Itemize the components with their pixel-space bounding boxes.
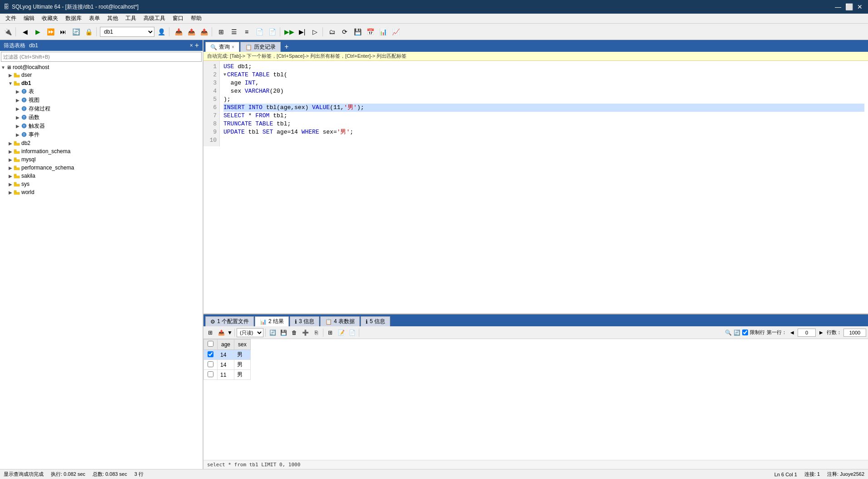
code-line-8[interactable]: TRUNCATE TABLE tbl; bbox=[223, 120, 864, 128]
tree-item-8[interactable]: ▶T事件 bbox=[0, 130, 203, 139]
result-grid-button[interactable]: ⊞ bbox=[205, 328, 215, 338]
row-checkbox-0[interactable] bbox=[208, 351, 213, 357]
menu-advanced[interactable]: 高级工具 bbox=[140, 14, 169, 23]
col-age[interactable]: age bbox=[218, 339, 234, 350]
database-selector[interactable]: db1 db2 dser information_schema mysql pe… bbox=[100, 27, 154, 37]
execute-button[interactable]: ▶ bbox=[32, 26, 44, 38]
export-button[interactable]: 📤 bbox=[185, 26, 197, 38]
tree-item-3[interactable]: ▶T表 bbox=[0, 87, 203, 96]
code-line-5[interactable]: ); bbox=[223, 95, 864, 104]
prev-page-button[interactable]: ◀ bbox=[789, 328, 796, 338]
backup-button[interactable]: 💾 bbox=[352, 26, 363, 38]
maximize-button[interactable]: ⬜ bbox=[844, 2, 853, 11]
tab-query[interactable]: 🔍 查询 × bbox=[205, 42, 239, 52]
code-line-3[interactable]: age INT, bbox=[223, 79, 864, 87]
menu-file[interactable]: 文件 bbox=[2, 14, 20, 23]
tab-info2[interactable]: ℹ 5 信息 bbox=[361, 316, 390, 326]
export-dropdown-button[interactable]: ▼ bbox=[227, 328, 233, 338]
tab-profile[interactable]: ⚙ 1 个配置文件 bbox=[205, 316, 254, 326]
readonly-select[interactable]: (只读) 可编辑 bbox=[237, 328, 263, 337]
tree-item-14[interactable]: ▶sys bbox=[0, 180, 203, 188]
tree-item-5[interactable]: ▶T存储过程 bbox=[0, 105, 203, 113]
tab-info[interactable]: ℹ 3 信息 bbox=[290, 316, 319, 326]
tree-item-15[interactable]: ▶world bbox=[0, 188, 203, 196]
scheduler-button[interactable]: 📅 bbox=[364, 26, 376, 38]
monitor-button[interactable]: 📈 bbox=[390, 26, 402, 38]
menu-help[interactable]: 帮助 bbox=[187, 14, 205, 23]
tree-item-10[interactable]: ▶information_schema bbox=[0, 147, 203, 155]
cell-sex-2[interactable]: 男 bbox=[234, 370, 251, 380]
menu-edit[interactable]: 编辑 bbox=[20, 14, 38, 23]
import-button[interactable]: 📥 bbox=[173, 26, 184, 38]
form-view-button[interactable]: 📝 bbox=[336, 328, 346, 338]
next-page-button[interactable]: ▶ bbox=[818, 328, 825, 338]
table-view-button[interactable]: ⊞ bbox=[215, 26, 227, 38]
col-sex[interactable]: sex bbox=[234, 339, 251, 350]
report-button[interactable]: 📊 bbox=[377, 26, 389, 38]
new-connection-button[interactable]: 🔌 bbox=[2, 26, 14, 38]
code-line-2[interactable]: ▼CREATE TABLE tbl( bbox=[223, 71, 864, 79]
list2-view-button[interactable]: ≡ bbox=[241, 26, 253, 38]
save-result-button[interactable]: 💾 bbox=[278, 328, 288, 338]
row-count-input[interactable] bbox=[843, 329, 866, 337]
cell-age-0[interactable]: 14 bbox=[218, 350, 234, 360]
list4-view-button[interactable]: 📄 bbox=[266, 26, 278, 38]
code-editor[interactable]: 12345678910 USE db1;▼CREATE TABLE tbl( a… bbox=[203, 61, 868, 314]
sidebar-add-button[interactable]: + bbox=[195, 41, 199, 50]
list-view-button[interactable]: ☰ bbox=[228, 26, 240, 38]
user-button[interactable]: 👤 bbox=[155, 26, 167, 38]
code-line-9[interactable]: UPDATE tbl SET age=14 WHERE sex='男'; bbox=[223, 128, 864, 136]
tree-item-7[interactable]: ▶T触发器 bbox=[0, 122, 203, 130]
menu-favorites[interactable]: 收藏夹 bbox=[38, 14, 62, 23]
tree-item-4[interactable]: ▶T视图 bbox=[0, 96, 203, 105]
tree-item-2[interactable]: ▼db1 bbox=[0, 79, 203, 87]
tree-item-12[interactable]: ▶performance_schema bbox=[0, 164, 203, 172]
schema-button[interactable]: 🗂 bbox=[326, 26, 338, 38]
code-content[interactable]: USE db1;▼CREATE TABLE tbl( age INT, sex … bbox=[220, 61, 868, 146]
refresh-result-button[interactable]: 🔄 bbox=[268, 328, 278, 338]
close-button[interactable]: ✕ bbox=[855, 2, 864, 11]
menu-window[interactable]: 窗口 bbox=[169, 14, 187, 23]
run-line-button[interactable]: ▷ bbox=[309, 26, 321, 38]
cell-sex-1[interactable]: 男 bbox=[234, 360, 251, 370]
menu-database[interactable]: 数据库 bbox=[62, 14, 85, 23]
run-all-button[interactable]: ▶▶ bbox=[283, 26, 295, 38]
grid-view-button[interactable]: ⊞ bbox=[325, 328, 335, 338]
minimize-button[interactable]: — bbox=[833, 2, 843, 11]
result-table-container[interactable]: age sex 14男14男11男 bbox=[203, 339, 868, 460]
code-line-7[interactable]: SELECT * FROM tbl; bbox=[223, 112, 864, 120]
export2-button[interactable]: 📤 bbox=[198, 26, 210, 38]
code-line-1[interactable]: USE db1; bbox=[223, 63, 864, 71]
limit-checkbox[interactable] bbox=[742, 329, 748, 335]
cell-sex-0[interactable]: 男 bbox=[234, 350, 251, 360]
code-line-4[interactable]: sex VARCHAR(20) bbox=[223, 87, 864, 95]
connect-button[interactable]: 🔒 bbox=[83, 26, 94, 38]
sync-button[interactable]: ⟳ bbox=[339, 26, 351, 38]
tree-item-1[interactable]: ▶dser bbox=[0, 71, 203, 79]
code-line-6[interactable]: INSERT INTO tbl(age,sex) VALUE(11,'男'); bbox=[223, 104, 864, 112]
cell-age-1[interactable]: 14 bbox=[218, 360, 234, 370]
row-checkbox-2[interactable] bbox=[208, 371, 213, 377]
row-checkbox-1[interactable] bbox=[208, 361, 213, 367]
select-all-checkbox[interactable] bbox=[208, 341, 213, 347]
refresh-button[interactable]: 🔄 bbox=[70, 26, 82, 38]
cell-age-2[interactable]: 11 bbox=[218, 370, 234, 380]
tree-item-0[interactable]: ▼🖥root@localhost bbox=[0, 64, 203, 71]
add-row-button[interactable]: ➕ bbox=[300, 328, 310, 338]
tree-item-9[interactable]: ▶db2 bbox=[0, 139, 203, 147]
stop-button[interactable]: ⏩ bbox=[45, 26, 56, 38]
forward-button[interactable]: ⏭ bbox=[57, 26, 69, 38]
tree-item-13[interactable]: ▶sakila bbox=[0, 172, 203, 180]
filter-input[interactable] bbox=[1, 52, 202, 62]
menu-other[interactable]: 其他 bbox=[104, 14, 122, 23]
tab-history[interactable]: 📋 历史记录 bbox=[240, 42, 281, 52]
sidebar-close-button[interactable]: × bbox=[190, 42, 193, 49]
menu-tools[interactable]: 工具 bbox=[122, 14, 140, 23]
text-view-button[interactable]: 📄 bbox=[347, 328, 357, 338]
tree-item-6[interactable]: ▶T函数 bbox=[0, 113, 203, 122]
tab-tabledata[interactable]: 📋 4 表数据 bbox=[320, 316, 360, 326]
tab-query-close[interactable]: × bbox=[232, 45, 234, 50]
delete-row-button[interactable]: 🗑 bbox=[289, 328, 299, 338]
run-selected-button[interactable]: ▶| bbox=[296, 26, 308, 38]
menu-table[interactable]: 表单 bbox=[85, 14, 104, 23]
